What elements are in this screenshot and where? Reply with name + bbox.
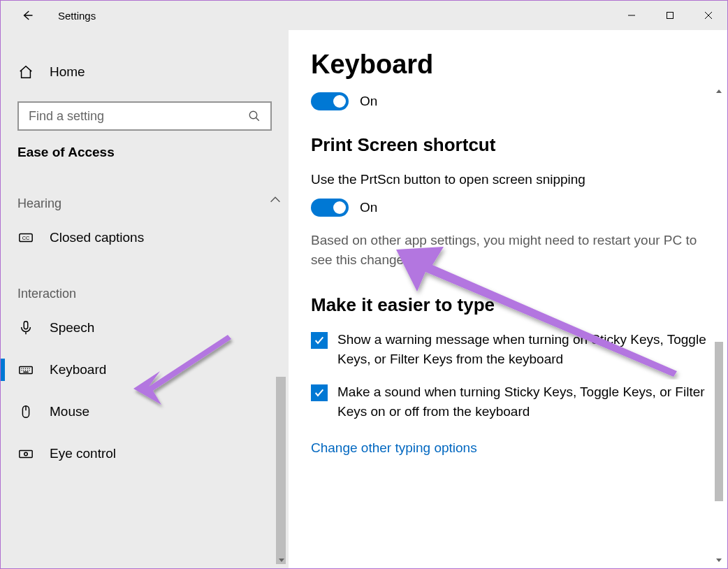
minimize-button[interactable] [612,1,650,30]
toggle-label: On [360,200,377,215]
sidebar-item-eye-control[interactable]: Eye control [1,433,289,475]
sidebar-item-label: Keyboard [50,362,106,377]
svg-rect-7 [20,450,32,457]
svg-rect-0 [667,13,673,19]
svg-text:CC: CC [22,235,30,241]
sidebar-item-home[interactable]: Home [1,51,289,93]
prtscn-note: Based on other app settings, you might n… [311,231,702,271]
section-print-screen: Print Screen shortcut [311,134,708,156]
checkbox-label: Make a sound when turning Sticky Keys, T… [337,382,708,422]
section-title: Ease of Access [1,139,289,168]
prtscn-description: Use the PrtScn button to open screen sni… [311,170,708,190]
sidebar-item-label: Closed captions [50,230,144,245]
captions-icon: CC [17,229,34,246]
chevron-up-icon[interactable] [268,192,283,208]
maximize-button[interactable] [650,1,689,30]
sidebar-item-label: Speech [50,320,94,336]
prtscn-toggle[interactable] [311,199,349,217]
window-controls [612,1,727,30]
main-scrollbar-thumb[interactable] [715,342,723,501]
sidebar-item-label: Eye control [50,446,116,461]
checkbox-warning[interactable] [311,332,328,349]
search-box[interactable] [17,101,272,131]
search-wrapper [1,101,289,131]
eye-icon [17,445,34,462]
checkbox-row-warning: Show a warning message when turning on S… [311,330,708,370]
search-icon [248,110,261,122]
home-icon [17,64,34,80]
checkbox-sound[interactable] [311,384,328,401]
titlebar: Settings [1,1,727,30]
arrow-left-icon [21,9,34,22]
check-icon [314,335,325,346]
link-change-typing[interactable]: Change other typing options [311,440,477,456]
page-title: Keyboard [311,50,708,80]
sidebar-item-label: Mouse [50,404,89,419]
toggle-label: On [360,94,377,109]
group-interaction: Interaction [1,259,289,307]
mouse-icon [17,403,34,420]
svg-point-1 [249,111,257,119]
checkbox-label: Show a warning message when turning on S… [337,330,708,370]
check-icon [314,387,325,398]
microphone-icon [17,319,34,336]
main-content: Keyboard On Print Screen shortcut Use th… [289,30,727,568]
group-hearing: Hearing [1,168,289,217]
checkbox-row-sound: Make a sound when turning Sticky Keys, T… [311,382,708,422]
back-button[interactable] [16,4,38,27]
scroll-down-icon[interactable] [715,556,723,564]
sidebar-item-speech[interactable]: Speech [1,307,289,349]
close-button[interactable] [689,1,727,30]
sidebar-scrollbar-thumb[interactable] [276,377,286,564]
close-icon [704,11,713,20]
sidebar: Home Ease of Access Hearing CC Closed ca… [1,30,289,568]
sidebar-item-keyboard[interactable]: Keyboard [1,349,289,391]
sidebar-item-label: Home [50,64,85,80]
sidebar-item-closed-captions[interactable]: CC Closed captions [1,217,289,259]
window-title: Settings [58,10,96,22]
keyboard-toggle[interactable] [311,92,349,110]
section-easier-type: Make it easier to type [311,294,708,316]
svg-rect-4 [24,322,28,329]
sidebar-item-mouse[interactable]: Mouse [1,391,289,433]
minimize-icon [627,11,636,20]
keyboard-icon [17,361,34,378]
scroll-down-icon[interactable] [277,556,286,564]
search-input[interactable] [29,109,248,124]
svg-point-8 [24,452,28,456]
scroll-up-icon[interactable] [715,87,723,96]
maximize-icon [666,11,674,20]
